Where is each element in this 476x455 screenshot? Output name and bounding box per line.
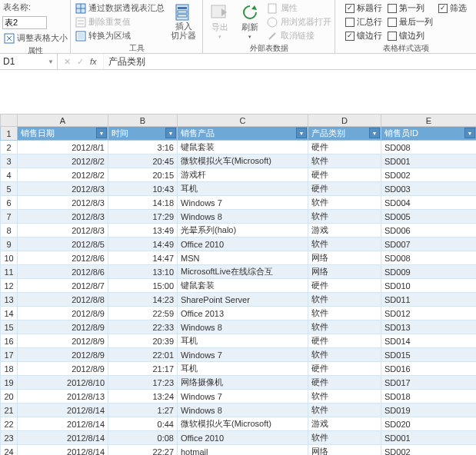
cell[interactable]: 2012/8/14: [18, 417, 108, 431]
cell[interactable]: 2012/8/2: [18, 168, 108, 182]
chk-last-col[interactable]: 最后一列: [386, 15, 434, 28]
filter-icon[interactable]: ▼: [464, 128, 475, 138]
row-header[interactable]: 3: [1, 154, 18, 168]
cell[interactable]: 硬件: [308, 376, 381, 390]
cell[interactable]: SD018: [381, 390, 477, 404]
cell[interactable]: SD001: [381, 431, 477, 445]
cell[interactable]: Office 2010: [178, 237, 308, 251]
row-header[interactable]: 20: [1, 390, 18, 404]
cell[interactable]: 2012/8/6: [18, 265, 108, 279]
cell[interactable]: 网络: [308, 445, 381, 456]
cell[interactable]: 2012/8/3: [18, 182, 108, 196]
resize-table-button[interactable]: 调整表格大小: [2, 32, 68, 45]
cell[interactable]: 14:23: [108, 293, 178, 307]
cell[interactable]: 2012/8/3: [18, 196, 108, 210]
cell[interactable]: 硬件: [308, 182, 381, 196]
cell[interactable]: 1:27: [108, 404, 178, 417]
chk-filter[interactable]: ✓筛选: [437, 2, 468, 15]
cell[interactable]: 14:18: [108, 196, 178, 210]
formula-input[interactable]: 产品类别: [104, 55, 150, 68]
cell[interactable]: SD019: [381, 404, 477, 417]
cell[interactable]: 硬件: [308, 362, 381, 376]
table-name-input[interactable]: [2, 16, 47, 29]
cell[interactable]: 微软模拟火车(Microsoft): [178, 417, 308, 431]
cell[interactable]: Windows 8: [178, 320, 308, 334]
filter-icon[interactable]: ▼: [165, 128, 176, 138]
cell[interactable]: 21:17: [108, 362, 178, 376]
cell[interactable]: 20:39: [108, 334, 178, 348]
cell[interactable]: SD020: [381, 417, 477, 431]
cell[interactable]: 耳机: [178, 182, 308, 196]
cell[interactable]: 游戏: [308, 417, 381, 431]
cell[interactable]: SD002: [381, 445, 477, 456]
cell[interactable]: 软件: [308, 307, 381, 320]
refresh-button[interactable]: 刷新 ▾: [236, 2, 264, 42]
hdr-date[interactable]: 销售日期▼: [18, 127, 108, 141]
cell[interactable]: 硬件: [308, 334, 381, 348]
confirm-icon[interactable]: ✓: [77, 57, 84, 67]
cell[interactable]: 17:29: [108, 210, 178, 224]
row-header[interactable]: 21: [1, 404, 18, 417]
cell[interactable]: 15:00: [108, 279, 178, 293]
cell[interactable]: SD014: [381, 334, 477, 348]
row-header[interactable]: 22: [1, 417, 18, 431]
row-header[interactable]: 24: [1, 445, 18, 456]
cell[interactable]: 2012/8/2: [18, 154, 108, 168]
cell[interactable]: 游戏杆: [178, 168, 308, 182]
row-header[interactable]: 17: [1, 348, 18, 362]
cell[interactable]: SD004: [381, 196, 477, 210]
cell[interactable]: SD001: [381, 154, 477, 168]
chk-banded-col[interactable]: 镶边列: [386, 29, 434, 42]
cell[interactable]: 2012/8/1: [18, 141, 108, 154]
slicer-button[interactable]: 插入 切片器: [168, 2, 199, 42]
row-header[interactable]: 18: [1, 362, 18, 376]
cell[interactable]: Windows 7: [178, 390, 308, 404]
cell[interactable]: Office 2013: [178, 307, 308, 320]
chk-first-col[interactable]: 第一列: [386, 2, 434, 15]
cell[interactable]: 光晕系列(halo): [178, 224, 308, 237]
cell[interactable]: SD003: [381, 182, 477, 196]
cell[interactable]: 软件: [308, 154, 381, 168]
row-hdr-1[interactable]: 1: [1, 127, 18, 141]
cell[interactable]: SD005: [381, 210, 477, 224]
cell[interactable]: 20:15: [108, 168, 178, 182]
cell[interactable]: SD012: [381, 307, 477, 320]
cell[interactable]: SD008: [381, 141, 477, 154]
cell[interactable]: 软件: [308, 293, 381, 307]
cell[interactable]: 软件: [308, 348, 381, 362]
row-header[interactable]: 15: [1, 320, 18, 334]
row-header[interactable]: 13: [1, 293, 18, 307]
cell[interactable]: 13:49: [108, 224, 178, 237]
row-header[interactable]: 19: [1, 376, 18, 390]
unlink-button[interactable]: 取消链接: [266, 29, 332, 42]
cell[interactable]: 2012/8/9: [18, 362, 108, 376]
cell[interactable]: 键鼠套装: [178, 141, 308, 154]
cell[interactable]: SD010: [381, 279, 477, 293]
row-header[interactable]: 9: [1, 237, 18, 251]
chk-header-row[interactable]: ✓标题行: [344, 2, 384, 15]
cell[interactable]: 2012/8/13: [18, 390, 108, 404]
cell[interactable]: SD013: [381, 320, 477, 334]
col-E[interactable]: E: [381, 115, 477, 127]
cell[interactable]: 软件: [308, 390, 381, 404]
cell[interactable]: 20:45: [108, 154, 178, 168]
cell[interactable]: SD002: [381, 168, 477, 182]
cell[interactable]: 2012/8/14: [18, 431, 108, 445]
cell[interactable]: 2012/8/14: [18, 445, 108, 456]
export-button[interactable]: 导出 ▾: [206, 2, 234, 42]
select-all[interactable]: [1, 115, 18, 127]
cell[interactable]: SD016: [381, 362, 477, 376]
cell[interactable]: 2012/8/3: [18, 224, 108, 237]
cell[interactable]: 13:24: [108, 390, 178, 404]
cell[interactable]: 2012/8/14: [18, 404, 108, 417]
cell[interactable]: Office 2010: [178, 431, 308, 445]
cancel-icon[interactable]: ✕: [64, 57, 71, 67]
hdr-time[interactable]: 时间▼: [108, 127, 178, 141]
browser-button[interactable]: 用浏览器打开: [266, 15, 332, 28]
cell[interactable]: 软件: [308, 404, 381, 417]
col-C[interactable]: C: [178, 115, 308, 127]
cell[interactable]: 软件: [308, 210, 381, 224]
cell[interactable]: 微软模拟火车(Microsoft): [178, 154, 308, 168]
convert-button[interactable]: 转换为区域: [74, 29, 165, 42]
ext-prop-button[interactable]: 属性: [266, 2, 332, 15]
